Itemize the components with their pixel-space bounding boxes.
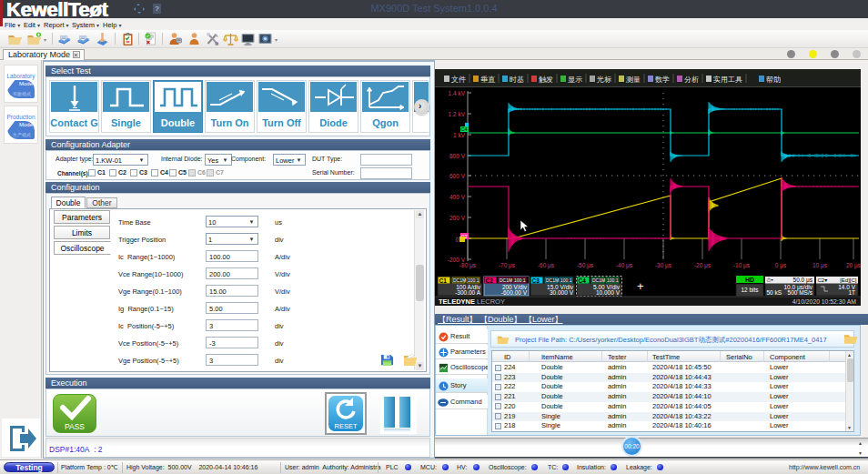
svg-text:文件: 文件 bbox=[451, 76, 466, 84]
svg-text:-300.00 A: -300.00 A bbox=[455, 289, 480, 296]
svg-text:DC1M: DC1M bbox=[592, 277, 605, 283]
svg-text:20 μs: 20 μs bbox=[846, 262, 861, 269]
svg-text:-10 μs: -10 μs bbox=[733, 262, 751, 269]
svg-text:100:1: 100:1 bbox=[607, 277, 619, 283]
svg-text:-20 μs: -20 μs bbox=[694, 262, 712, 269]
svg-text:C4: C4 bbox=[579, 277, 587, 284]
svg-text:12 bits: 12 bits bbox=[741, 287, 759, 293]
svg-text:-80 μs: -80 μs bbox=[459, 262, 477, 269]
svg-text:800 V: 800 V bbox=[449, 153, 466, 159]
svg-text:测量: 测量 bbox=[626, 76, 641, 84]
svg-text:100:1: 100:1 bbox=[560, 277, 572, 283]
svg-text:光标: 光标 bbox=[597, 76, 611, 84]
svg-text:C1: C1 bbox=[439, 277, 448, 284]
svg-text:0 μs: 0 μs bbox=[775, 262, 787, 269]
svg-text:垂直: 垂直 bbox=[480, 76, 496, 84]
svg-text:帮助: 帮助 bbox=[766, 76, 781, 84]
svg-text:-60 μs: -60 μs bbox=[538, 262, 555, 269]
svg-text:10.000 V: 10.000 V bbox=[596, 289, 621, 296]
svg-text:1 kV: 1 kV bbox=[453, 132, 466, 138]
svg-text:0: 0 bbox=[455, 237, 459, 243]
svg-text:200 V: 200 V bbox=[449, 215, 466, 221]
svg-text:数学: 数学 bbox=[655, 76, 670, 84]
svg-text:触发: 触发 bbox=[539, 76, 553, 84]
svg-text:10 μs: 10 μs bbox=[812, 262, 828, 269]
svg-text:500 MS/s: 500 MS/s bbox=[788, 289, 813, 296]
svg-text:C2▾: C2▾ bbox=[818, 277, 828, 283]
svg-text:400 V: 400 V bbox=[449, 194, 466, 200]
svg-text:+: + bbox=[637, 279, 644, 293]
svg-text:1T: 1T bbox=[848, 289, 855, 296]
svg-text:时基: 时基 bbox=[510, 76, 524, 84]
svg-text:1.4 kV: 1.4 kV bbox=[449, 90, 466, 96]
svg-text:4/10/2020 10:52:30 AM: 4/10/2020 10:52:30 AM bbox=[792, 298, 857, 305]
svg-text:显示: 显示 bbox=[568, 76, 582, 84]
svg-text:实用工具: 实用工具 bbox=[713, 76, 742, 84]
svg-text:50 kS: 50 kS bbox=[767, 289, 782, 296]
svg-text:DC1M: DC1M bbox=[500, 277, 512, 283]
svg-text:DC1M: DC1M bbox=[453, 277, 466, 283]
svg-text:-70 μs: -70 μs bbox=[499, 262, 516, 269]
svg-text:DC1M: DC1M bbox=[546, 277, 559, 283]
svg-text:-30 μs: -30 μs bbox=[655, 262, 672, 269]
svg-text:100:1: 100:1 bbox=[468, 277, 479, 283]
svg-text:30.000 V: 30.000 V bbox=[550, 289, 574, 296]
svg-text:C3: C3 bbox=[532, 277, 540, 284]
svg-text:-600.00 V: -600.00 V bbox=[501, 289, 528, 296]
svg-text:C2: C2 bbox=[486, 277, 494, 284]
svg-text:C4: C4 bbox=[461, 126, 468, 132]
svg-text:600 V: 600 V bbox=[449, 173, 466, 179]
svg-text:HD: HD bbox=[745, 277, 754, 283]
svg-text:分析: 分析 bbox=[684, 76, 699, 84]
svg-text:1.2 kV: 1.2 kV bbox=[449, 111, 466, 117]
svg-text:TELEDYNE LECROY: TELEDYNE LECROY bbox=[439, 298, 505, 306]
svg-text:100:1: 100:1 bbox=[514, 277, 526, 283]
svg-text:[Ed][C]: [Ed][C] bbox=[840, 277, 857, 283]
svg-text:-40 μs: -40 μs bbox=[616, 262, 633, 269]
svg-text:⏱▾: ⏱▾ bbox=[767, 277, 774, 283]
svg-text:-50 μs: -50 μs bbox=[577, 262, 594, 269]
